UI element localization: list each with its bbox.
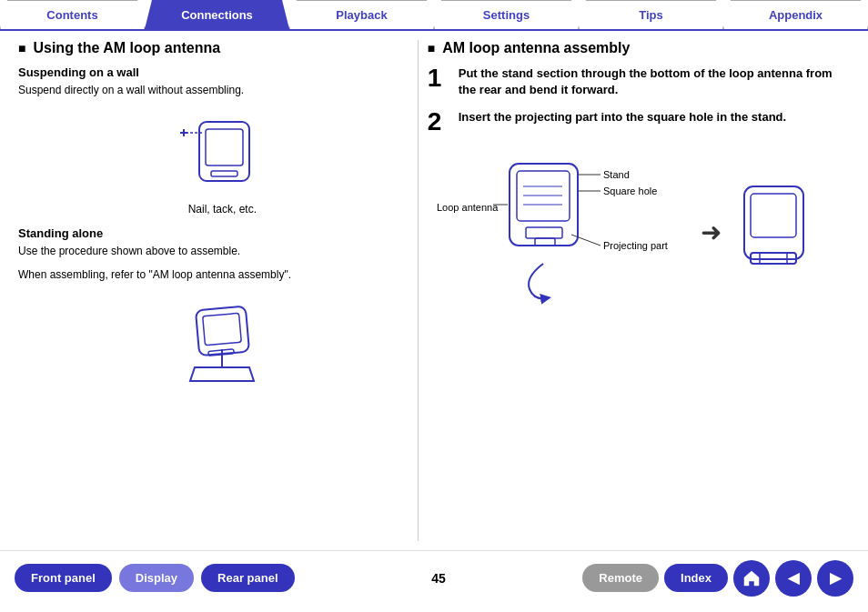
svg-rect-27	[744, 186, 803, 259]
svg-rect-16	[526, 227, 562, 238]
front-panel-button[interactable]: Front panel	[15, 564, 112, 592]
top-navigation: Contents Connections Playback Settings T…	[0, 0, 868, 31]
home-button[interactable]	[733, 560, 770, 597]
wall-diagram-svg	[167, 105, 277, 196]
caption-nail: Nail, tack, etc.	[36, 203, 409, 216]
body-text-wall: Suspend directly on a wall without assem…	[18, 82, 409, 98]
bottom-bar: Front panel Display Rear panel 45 Remote…	[0, 550, 868, 605]
tab-settings[interactable]: Settings	[434, 0, 579, 29]
svg-text:Square hole: Square hole	[603, 186, 657, 196]
left-section-title: Using the AM loop antenna	[18, 40, 409, 56]
tab-tips[interactable]: Tips	[579, 0, 723, 29]
step-1-text: Put the stand section through the bottom…	[459, 65, 850, 98]
prev-button[interactable]: ◀	[775, 560, 812, 597]
body-text-standing2: When assembling, refer to "AM loop anten…	[18, 266, 409, 283]
tab-playback[interactable]: Playback	[289, 0, 434, 29]
main-content: Using the AM loop antenna Suspending on …	[0, 31, 868, 550]
svg-rect-0	[199, 122, 249, 181]
step-1: 1 Put the stand section through the bott…	[428, 65, 850, 98]
display-button[interactable]: Display	[119, 564, 194, 592]
body-text-standing1: Use the procedure shown above to assembl…	[18, 243, 409, 259]
next-icon: ▶	[830, 569, 841, 587]
sub-title-wall: Suspending on a wall	[18, 65, 409, 79]
step-1-number: 1	[428, 65, 449, 91]
svg-marker-6	[190, 367, 254, 381]
rear-panel-button[interactable]: Rear panel	[201, 564, 294, 592]
bottom-left-buttons: Front panel Display Rear panel	[15, 564, 295, 592]
assembly-svg: Stand Square hole Projecting part Loop a…	[428, 145, 819, 309]
standing-diagram	[36, 290, 409, 393]
index-button[interactable]: Index	[664, 564, 728, 592]
wall-diagram: Nail, tack, etc.	[36, 105, 409, 216]
svg-line-22	[571, 235, 601, 246]
tab-connections[interactable]: Connections	[145, 0, 289, 29]
svg-text:Stand: Stand	[603, 169, 630, 180]
svg-rect-9	[203, 313, 242, 345]
page-number: 45	[431, 571, 446, 586]
bottom-right-buttons: Remote Index ◀ ▶	[582, 560, 853, 597]
svg-rect-28	[751, 194, 796, 237]
standing-diagram-svg	[163, 290, 281, 390]
prev-icon: ◀	[788, 569, 799, 587]
step-2-text: Insert the projecting part into the squa…	[459, 109, 786, 125]
step-2: 2 Insert the projecting part into the sq…	[428, 109, 850, 135]
tab-appendix[interactable]: Appendix	[723, 0, 868, 29]
left-column: Using the AM loop antenna Suspending on …	[18, 40, 418, 541]
next-button[interactable]: ▶	[817, 560, 853, 597]
assembly-diagram: Stand Square hole Projecting part Loop a…	[428, 145, 850, 312]
right-column: AM loop antenna assembly 1 Put the stand…	[418, 40, 850, 541]
home-icon	[742, 569, 761, 587]
right-section-title: AM loop antenna assembly	[428, 40, 850, 56]
svg-rect-2	[211, 171, 237, 176]
svg-text:Loop antenna: Loop antenna	[437, 202, 499, 213]
svg-text:➜: ➜	[701, 218, 722, 246]
svg-rect-17	[535, 238, 555, 246]
remote-button[interactable]: Remote	[582, 564, 659, 592]
step-2-number: 2	[428, 109, 449, 135]
sub-title-standing: Standing alone	[18, 226, 409, 240]
tab-contents[interactable]: Contents	[0, 0, 145, 29]
svg-rect-1	[206, 129, 243, 166]
svg-text:Projecting part: Projecting part	[603, 240, 668, 251]
